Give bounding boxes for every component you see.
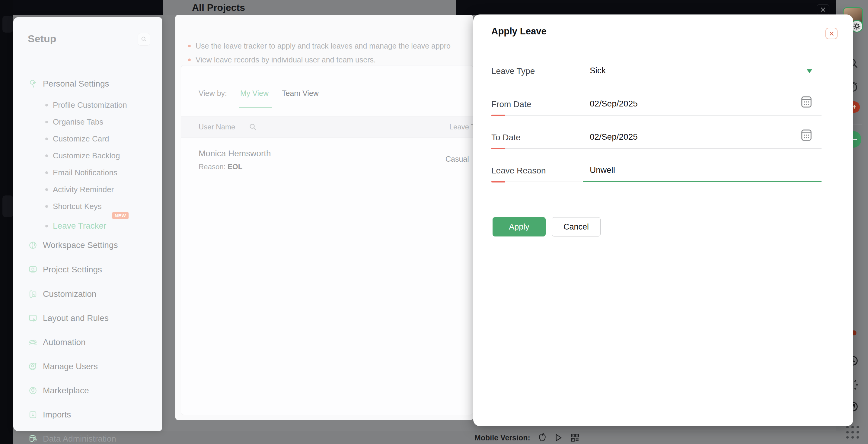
cancel-button[interactable]: Cancel <box>552 217 600 236</box>
sidebar-item-label: Customization <box>43 289 96 299</box>
active-tab-underline <box>239 107 272 108</box>
page-header-band: All Projects <box>163 0 456 15</box>
close-icon <box>820 7 826 12</box>
sidebar-subitem-leave-tracker[interactable]: Leave Tracker <box>45 221 106 231</box>
leave-reason-input-value[interactable]: Unwell <box>590 165 615 175</box>
bullet-icon <box>188 59 191 61</box>
personal-settings-icon <box>28 79 37 88</box>
apply-button[interactable]: Apply <box>493 217 546 236</box>
sidebar-item-project-settings[interactable]: Project Settings <box>28 265 102 275</box>
mobile-version-group: Mobile Version: <box>474 433 579 442</box>
manage-users-icon <box>28 362 37 371</box>
row-divider <box>181 180 473 180</box>
subitem-label: Profile Customization <box>53 100 127 110</box>
reason-label: Reason: <box>198 163 225 171</box>
customization-icon <box>28 290 37 298</box>
panel-close-button[interactable] <box>817 4 829 15</box>
sidebar-item-label: Workspace Settings <box>43 241 118 250</box>
apps-grid-icon[interactable] <box>846 426 859 439</box>
sidebar-item-automation[interactable]: Automation <box>28 338 86 347</box>
modal-close-button[interactable] <box>826 28 838 39</box>
sidebar-item-workspace-settings[interactable]: Workspace Settings <box>28 241 118 250</box>
app-screen: All Projects Mobile Version: <box>0 0 868 444</box>
sidebar-item-manage-users[interactable]: Manage Users <box>28 362 98 371</box>
sidebar-item-personal-settings[interactable]: Personal Settings <box>28 79 109 89</box>
rail-item-selected[interactable] <box>2 195 13 217</box>
qr-code-icon[interactable] <box>571 434 579 442</box>
bullet-icon <box>45 137 48 140</box>
play-store-icon[interactable] <box>554 434 563 442</box>
sidebar-subitem-email-notifications[interactable]: Email Notifications <box>45 168 117 177</box>
sidebar-item-label: Personal Settings <box>43 79 109 89</box>
sidebar-item-layout-and-rules[interactable]: Layout and Rules <box>28 313 108 323</box>
search-icon <box>141 36 147 42</box>
column-leave-type[interactable]: Leave T <box>450 123 473 131</box>
table-header: User Name Leave T <box>181 116 473 138</box>
from-date-label: From Date <box>491 99 531 109</box>
column-search-icon[interactable] <box>249 123 257 131</box>
sidebar-item-imports[interactable]: Imports <box>28 410 71 419</box>
sidebar-subitem-shortcut-keys[interactable]: Shortcut Keys <box>45 202 102 211</box>
from-date-value[interactable]: 02/Sep/2025 <box>590 99 638 108</box>
sidebar-item-label: Manage Users <box>43 362 98 371</box>
required-marker <box>491 115 505 116</box>
to-date-value[interactable]: 02/Sep/2025 <box>590 132 638 142</box>
setup-title: Setup <box>28 33 56 45</box>
modal-title: Apply Leave <box>491 26 547 37</box>
info-bullet-1: Use the leave tracker to apply and track… <box>188 42 469 51</box>
subitem-label: Shortcut Keys <box>53 202 102 211</box>
calendar-icon[interactable] <box>801 95 812 108</box>
leave-type-cell: Casual <box>445 155 469 163</box>
sidebar-item-customization[interactable]: Customization <box>28 289 96 299</box>
column-user-name[interactable]: User Name <box>198 123 235 131</box>
apple-store-icon[interactable] <box>538 433 547 442</box>
bullet-icon <box>45 121 48 123</box>
sidebar-item-label: Layout and Rules <box>43 313 108 323</box>
leave-record-row[interactable]: Monica Hemsworth Reason: EOL Casual <box>181 138 473 180</box>
mobile-version-label: Mobile Version: <box>474 434 530 442</box>
setup-search-button[interactable] <box>137 33 150 45</box>
bullet-icon <box>45 171 48 174</box>
bullet-icon <box>45 104 48 106</box>
sidebar-subitem-customize-backlog[interactable]: Customize Backlog <box>45 151 120 160</box>
subitem-label: Activity Reminder <box>53 185 114 194</box>
leave-type-label: Leave Type <box>491 66 535 76</box>
subitem-label: Organise Tabs <box>53 117 103 127</box>
bullet-icon <box>45 225 48 227</box>
workspace-settings-icon <box>28 241 37 250</box>
leave-records-panel: View by: My View Team View User Name Lea… <box>181 65 473 415</box>
header-divider <box>243 123 243 131</box>
info-bullet-2-text: View leave records by individual user an… <box>195 56 376 64</box>
sidebar-subitem-customize-card[interactable]: Customize Card <box>45 134 109 144</box>
rail-item-top[interactable] <box>2 16 13 33</box>
calendar-icon[interactable] <box>801 128 812 142</box>
app-rail <box>0 0 13 444</box>
sidebar-item-marketplace[interactable]: Marketplace <box>28 386 89 395</box>
to-date-label: To Date <box>491 133 521 142</box>
sidebar-subitem-activity-reminder[interactable]: Activity Reminder <box>45 185 114 194</box>
info-bullet-2: View leave records by individual user an… <box>188 56 469 64</box>
info-bullet-1-text: Use the leave tracker to apply and track… <box>195 42 451 51</box>
subitem-label: Customize Backlog <box>53 151 120 160</box>
chevron-down-icon[interactable] <box>807 69 812 73</box>
reason-value: EOL <box>227 163 242 171</box>
sidebar-subitem-organise-tabs[interactable]: Organise Tabs <box>45 117 103 127</box>
sidebar-subitem-profile-customization[interactable]: Profile Customization <box>45 100 127 110</box>
tab-my-view[interactable]: My View <box>240 89 269 98</box>
subitem-label-active: Leave Tracker <box>53 221 106 231</box>
close-icon <box>829 31 834 36</box>
automation-icon <box>28 338 37 347</box>
view-by-label: View by: <box>198 89 227 98</box>
tab-team-view[interactable]: Team View <box>282 89 319 98</box>
required-marker <box>491 181 505 183</box>
leave-type-value[interactable]: Sick <box>590 66 606 75</box>
layout-rules-icon <box>28 314 37 323</box>
new-badge: NEW <box>112 212 129 219</box>
project-settings-icon <box>28 265 37 274</box>
from-date-underline <box>491 115 822 116</box>
sidebar-item-label: Marketplace <box>43 386 89 395</box>
sidebar-item-data-administration[interactable]: Data Administration <box>28 434 116 444</box>
bullet-icon <box>45 205 48 208</box>
leave-reason-input-underline <box>583 181 822 182</box>
required-marker <box>491 148 505 149</box>
